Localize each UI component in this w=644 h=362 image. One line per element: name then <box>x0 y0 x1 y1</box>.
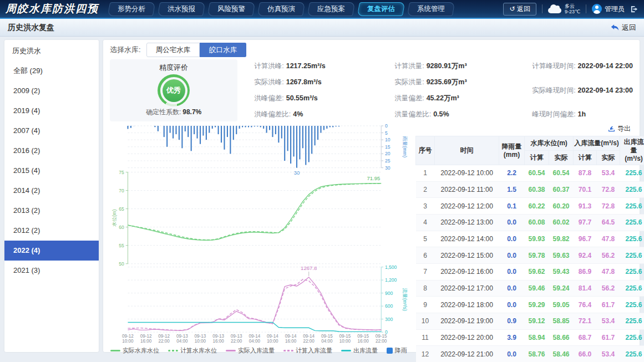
col-seq: 序号 <box>416 136 435 165</box>
metric-label: 计算洪量: <box>394 62 424 70</box>
sidebar-year-item[interactable]: 全部 (29) <box>4 61 99 81</box>
sidebar-year-item[interactable]: 2012 (2) <box>4 221 99 241</box>
sidebar-year-item[interactable]: 2013 (2) <box>4 201 99 221</box>
svg-text:20: 20 <box>385 151 391 156</box>
metric-row: 洪峰偏差:50.55m³/s <box>254 94 394 103</box>
table-cell: 47.8 <box>597 231 620 247</box>
nav-item[interactable]: 洪水预报 <box>159 2 204 16</box>
sidebar-year-item[interactable]: 2021 (3) <box>4 261 99 281</box>
metrics-row: 精度评价 优秀 确定性系数:98.7% 计算洪峰:1217.25m³/s实际洪峰… <box>110 59 633 121</box>
page-back-button[interactable]: 返回 <box>610 23 636 33</box>
table-row[interactable]: 112022-09-12 20:003.958.9458.6668.761.72… <box>416 329 644 346</box>
table-cell: 72.8 <box>597 181 620 198</box>
legend-item[interactable]: 出库流量 <box>341 346 378 355</box>
table-row[interactable]: 82022-09-12 17:000.059.4659.2481.456.222… <box>416 280 644 297</box>
table-row[interactable]: 22022-09-12 11:001.560.3860.3770.172.822… <box>416 181 644 198</box>
table-row[interactable]: 102022-09-12 19:000.959.1258.8572.153.42… <box>416 313 644 329</box>
table-cell: 81.4 <box>574 280 597 297</box>
svg-text:10:00: 10:00 <box>195 338 206 344</box>
user-widget[interactable]: 管理员 <box>592 4 625 14</box>
back-arrow-icon <box>610 24 619 31</box>
table-cell: 64.5 <box>597 214 620 231</box>
metric-group-peak: 计算洪峰:1217.25m³/s实际洪峰:1267.8m³/s洪峰偏差:50.5… <box>254 59 394 121</box>
legend-item[interactable]: 计算入库流量 <box>283 346 332 355</box>
table-row[interactable]: 52022-09-12 14:000.059.9359.8296.747.822… <box>416 231 644 247</box>
table-row[interactable]: 92022-09-12 18:000.059.2959.0576.461.722… <box>416 297 644 313</box>
svg-text:10: 10 <box>385 137 391 142</box>
header-back-label: 返回 <box>517 5 530 13</box>
table-cell: 59.93 <box>525 231 549 247</box>
legend-item[interactable]: 降雨 <box>387 346 407 355</box>
legend-swatch <box>341 350 351 351</box>
table-row[interactable]: 122022-09-12 21:000.058.7658.4666.053.42… <box>416 346 644 362</box>
svg-text:22:00: 22:00 <box>376 338 387 344</box>
svg-text:1267.8: 1267.8 <box>301 265 317 271</box>
svg-text:0: 0 <box>385 124 388 129</box>
flood-review-chart: 05101520253030雨量(mm)757065605550水位(m)71.… <box>110 124 408 344</box>
nav-item[interactable]: 应急预案 <box>308 2 354 16</box>
page-title: 历史洪水复盘 <box>8 23 54 33</box>
nav-item[interactable]: 系统管理 <box>408 2 454 16</box>
svg-text:50: 50 <box>119 261 124 267</box>
reservoir-tab[interactable]: 皎口水库 <box>200 43 246 57</box>
legend-item[interactable]: 计算水库水位 <box>168 346 217 355</box>
reservoir-tab[interactable]: 周公宅水库 <box>146 43 200 57</box>
table-cell: 58.46 <box>549 346 574 362</box>
table-body: 12022-09-12 10:002.260.5460.5487.853.422… <box>416 165 644 362</box>
table-cell: 0.9 <box>499 313 525 329</box>
col-in-actual: 实际 <box>597 151 620 165</box>
svg-text:70: 70 <box>119 187 124 193</box>
precision-ring: 优秀 <box>158 74 190 106</box>
table-cell: 92.4 <box>574 247 597 264</box>
nav-item[interactable]: 形势分析 <box>109 2 154 16</box>
table-cell: 60.54 <box>549 165 574 182</box>
metric-row: 洪量偏差比:0.5% <box>394 110 532 119</box>
user-role-label: 管理员 <box>605 4 625 14</box>
table-cell: 59.63 <box>549 247 574 264</box>
nav-item[interactable]: 风险预警 <box>209 2 254 16</box>
coefficient-value: 98.7% <box>182 108 201 116</box>
metric-label: 洪峰偏差比: <box>254 110 291 118</box>
nav-item[interactable]: 复盘评估 <box>358 2 404 16</box>
table-cell: 4 <box>416 214 435 231</box>
sidebar-year-item[interactable]: 2009 (2) <box>4 81 99 101</box>
table-row[interactable]: 32022-09-12 12:000.160.2260.2091.372.822… <box>416 198 644 215</box>
svg-text:流量(m³/s): 流量(m³/s) <box>402 288 408 311</box>
logout-icon[interactable] <box>630 5 638 13</box>
table-row[interactable]: 12022-09-12 10:002.260.5460.5487.853.422… <box>416 165 644 182</box>
metric-value: 4% <box>293 110 303 118</box>
table-cell: 1 <box>416 165 435 182</box>
table-cell: 12 <box>416 346 435 362</box>
export-button[interactable]: 导出 <box>608 124 631 134</box>
table-cell: 225.6 <box>620 181 644 198</box>
legend-swatch <box>226 350 236 351</box>
table-cell: 61.7 <box>597 329 620 346</box>
sidebar-year-item[interactable]: 2007 (4) <box>4 121 99 141</box>
coefficient-line: 确定性系数:98.7% <box>113 108 234 117</box>
metric-row: 洪峰偏差比:4% <box>254 110 394 119</box>
table-row[interactable]: 62022-09-12 15:000.059.7859.6392.456.222… <box>416 247 644 264</box>
table-cell: 60.37 <box>549 181 574 198</box>
header-back-button[interactable]: ↺ 返回 <box>503 3 536 16</box>
table-cell: 225.6 <box>620 263 644 280</box>
nav-item[interactable]: 仿真预演 <box>258 2 304 16</box>
legend-item[interactable]: 实际入库流量 <box>226 346 275 355</box>
svg-text:16:00: 16:00 <box>357 338 369 344</box>
svg-text:1,500: 1,500 <box>385 264 397 270</box>
table-cell: 59.62 <box>525 263 549 280</box>
precision-title: 精度评价 <box>113 63 234 73</box>
table-cell: 7 <box>416 263 435 280</box>
sidebar-year-item[interactable]: 2016 (2) <box>4 141 99 161</box>
table-row[interactable]: 42022-09-12 13:000.060.0860.0297.764.522… <box>416 214 644 231</box>
legend-item[interactable]: 实际水库水位 <box>110 346 159 355</box>
metric-label: 洪峰偏差: <box>254 94 283 102</box>
table-cell: 59.82 <box>549 231 574 247</box>
sidebar-year-item[interactable]: 2014 (2) <box>4 181 99 201</box>
table-row[interactable]: 72022-09-12 16:000.059.6259.4386.947.822… <box>416 263 644 280</box>
sidebar-year-item[interactable]: 2015 (4) <box>4 161 99 181</box>
sidebar-year-item[interactable]: 2022 (4) <box>4 241 99 261</box>
sidebar-year-item[interactable]: 2019 (4) <box>4 101 99 121</box>
table-cell: 3.9 <box>499 329 525 346</box>
metric-label: 峰现时间偏差: <box>532 110 575 118</box>
table-cell: 0.0 <box>499 297 525 313</box>
